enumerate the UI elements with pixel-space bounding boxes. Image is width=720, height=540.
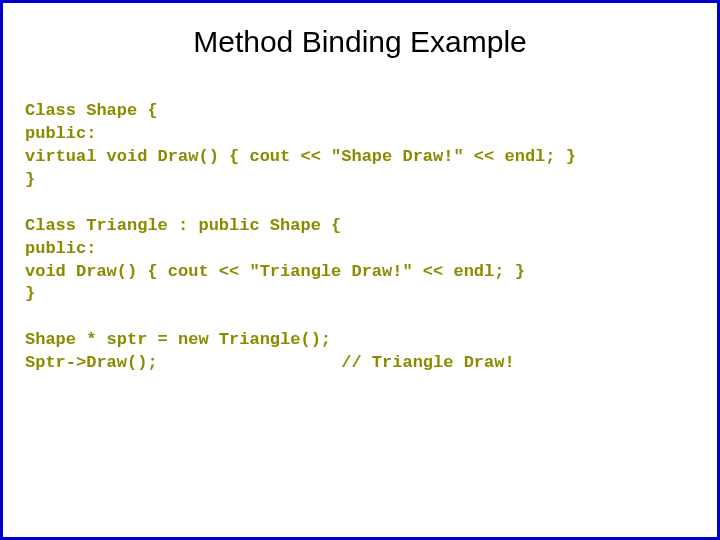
- code-line: }: [25, 170, 35, 189]
- code-block: Class Shape { public: virtual void Draw(…: [25, 77, 695, 398]
- code-line: Class Triangle : public Shape {: [25, 216, 341, 235]
- code-line: }: [25, 284, 35, 303]
- code-line: public:: [25, 124, 96, 143]
- code-line: public:: [25, 239, 96, 258]
- code-line: Class Shape {: [25, 101, 158, 120]
- slide-frame: Method Binding Example Class Shape { pub…: [0, 0, 720, 540]
- code-line: Shape * sptr = new Triangle();: [25, 330, 331, 349]
- code-line: virtual void Draw() { cout << "Shape Dra…: [25, 147, 576, 166]
- slide-title: Method Binding Example: [25, 25, 695, 59]
- code-line: void Draw() { cout << "Triangle Draw!" <…: [25, 262, 525, 281]
- code-line: Sptr->Draw(); // Triangle Draw!: [25, 353, 515, 372]
